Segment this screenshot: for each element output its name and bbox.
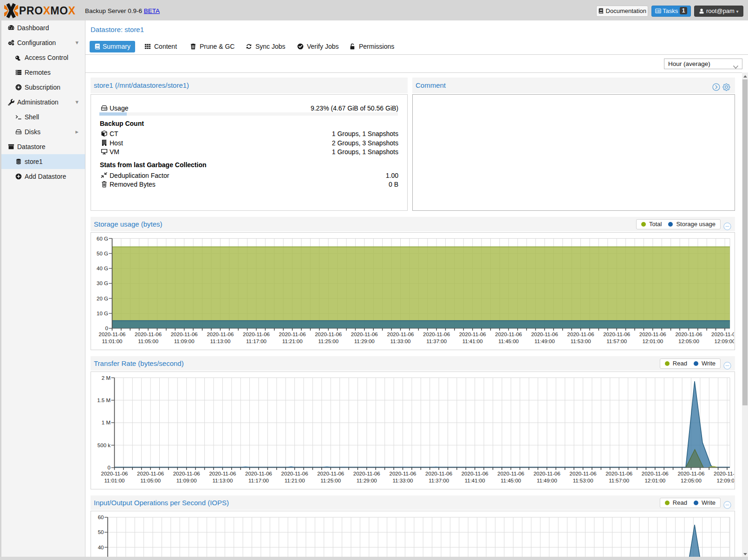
svg-text:2020-11-06: 2020-11-06 <box>99 332 126 337</box>
svg-text:11:33:00: 11:33:00 <box>393 478 413 483</box>
svg-text:0: 0 <box>105 326 108 331</box>
svg-text:50: 50 <box>98 529 104 535</box>
svg-text:12:09:00: 12:09:00 <box>717 478 734 483</box>
svg-text:2020-11-06: 2020-11-06 <box>279 332 306 337</box>
svg-text:11:13:00: 11:13:00 <box>212 478 233 483</box>
svg-text:2020-11-06: 2020-11-06 <box>315 332 342 337</box>
svg-text:11:53:00: 11:53:00 <box>573 478 593 483</box>
svg-text:2020-11-06: 2020-11-06 <box>171 332 198 337</box>
svg-text:11:49:00: 11:49:00 <box>534 339 555 344</box>
svg-text:2020-11-06: 2020-11-06 <box>135 332 162 337</box>
svg-text:2020-11-06: 2020-11-06 <box>497 471 524 476</box>
svg-text:11:49:00: 11:49:00 <box>537 478 557 483</box>
svg-text:11:53:00: 11:53:00 <box>571 339 591 344</box>
svg-text:20 G: 20 G <box>97 296 108 301</box>
svg-text:12:05:00: 12:05:00 <box>681 478 702 483</box>
svg-text:2020-11-06: 2020-11-06 <box>209 471 236 476</box>
svg-text:2020-11-06: 2020-11-06 <box>459 332 486 337</box>
svg-text:2020-11-06: 2020-11-06 <box>533 471 560 476</box>
svg-text:2020-11-06: 2020-11-06 <box>423 332 450 337</box>
svg-text:2020-11-06: 2020-11-06 <box>495 332 522 337</box>
svg-text:11:41:00: 11:41:00 <box>465 478 485 483</box>
svg-text:2020-11-06: 2020-11-06 <box>243 332 270 337</box>
svg-text:2020-11-06: 2020-11-06 <box>711 332 734 337</box>
svg-text:11:57:00: 11:57:00 <box>606 339 627 344</box>
svg-text:11:41:00: 11:41:00 <box>462 339 483 344</box>
svg-text:2020-11-06: 2020-11-06 <box>677 471 704 476</box>
svg-text:2020-11-06: 2020-11-06 <box>387 332 414 337</box>
svg-text:12:09:00: 12:09:00 <box>715 339 734 344</box>
svg-text:2020-11-06: 2020-11-06 <box>531 332 558 337</box>
svg-text:2020-11-06: 2020-11-06 <box>714 471 734 476</box>
svg-text:10 G: 10 G <box>97 311 108 316</box>
svg-text:11:21:00: 11:21:00 <box>285 478 305 483</box>
svg-text:11:29:00: 11:29:00 <box>357 478 377 483</box>
svg-text:11:25:00: 11:25:00 <box>318 339 338 344</box>
svg-text:40 G: 40 G <box>97 266 108 271</box>
svg-text:1.5 M: 1.5 M <box>97 397 111 403</box>
svg-text:11:09:00: 11:09:00 <box>174 339 195 344</box>
svg-text:30 G: 30 G <box>97 280 108 286</box>
svg-text:2020-11-06: 2020-11-06 <box>137 471 164 476</box>
svg-text:2020-11-06: 2020-11-06 <box>639 332 666 337</box>
svg-text:2020-11-06: 2020-11-06 <box>642 471 669 476</box>
svg-text:2020-11-06: 2020-11-06 <box>462 471 488 476</box>
svg-text:11:33:00: 11:33:00 <box>390 339 411 344</box>
svg-text:11:17:00: 11:17:00 <box>246 339 267 344</box>
svg-text:0: 0 <box>108 465 111 470</box>
svg-text:11:57:00: 11:57:00 <box>609 478 629 483</box>
svg-text:11:01:00: 11:01:00 <box>104 478 125 483</box>
svg-text:12:01:00: 12:01:00 <box>642 339 663 344</box>
svg-text:2020-11-06: 2020-11-06 <box>353 471 380 476</box>
svg-text:11:17:00: 11:17:00 <box>248 478 269 483</box>
svg-text:40: 40 <box>98 545 104 550</box>
svg-text:2020-11-06: 2020-11-06 <box>351 332 378 337</box>
svg-text:2020-11-06: 2020-11-06 <box>390 471 416 476</box>
svg-text:2020-11-06: 2020-11-06 <box>207 332 234 337</box>
svg-text:500 k: 500 k <box>98 443 111 448</box>
svg-text:12:05:00: 12:05:00 <box>678 339 699 344</box>
svg-text:11:37:00: 11:37:00 <box>429 478 449 483</box>
svg-text:11:45:00: 11:45:00 <box>501 478 521 483</box>
svg-text:11:01:00: 11:01:00 <box>102 339 123 344</box>
svg-text:11:05:00: 11:05:00 <box>140 478 161 483</box>
svg-text:12:01:00: 12:01:00 <box>644 478 665 483</box>
svg-text:11:05:00: 11:05:00 <box>138 339 158 344</box>
svg-text:1 M: 1 M <box>102 420 111 425</box>
svg-text:2020-11-06: 2020-11-06 <box>603 332 630 337</box>
svg-text:2020-11-06: 2020-11-06 <box>101 471 128 476</box>
svg-text:11:25:00: 11:25:00 <box>320 478 341 483</box>
svg-text:2020-11-06: 2020-11-06 <box>317 471 344 476</box>
svg-text:11:45:00: 11:45:00 <box>498 339 519 344</box>
svg-text:50 G: 50 G <box>97 251 108 256</box>
svg-text:60: 60 <box>98 514 104 520</box>
svg-text:2020-11-06: 2020-11-06 <box>425 471 452 476</box>
svg-text:2020-11-06: 2020-11-06 <box>605 471 632 476</box>
svg-text:2020-11-06: 2020-11-06 <box>675 332 702 337</box>
svg-text:11:09:00: 11:09:00 <box>176 478 197 483</box>
svg-text:2 M: 2 M <box>102 375 111 381</box>
svg-text:2020-11-06: 2020-11-06 <box>281 471 308 476</box>
svg-text:2020-11-06: 2020-11-06 <box>173 471 200 476</box>
svg-text:2020-11-06: 2020-11-06 <box>567 332 594 337</box>
svg-text:11:13:00: 11:13:00 <box>210 339 230 344</box>
svg-text:2020-11-06: 2020-11-06 <box>570 471 597 476</box>
svg-text:2020-11-06: 2020-11-06 <box>245 471 272 476</box>
svg-text:PROXMOX: PROXMOX <box>19 5 76 17</box>
svg-text:11:29:00: 11:29:00 <box>354 339 375 344</box>
svg-text:11:37:00: 11:37:00 <box>426 339 447 344</box>
svg-text:11:21:00: 11:21:00 <box>282 339 303 344</box>
svg-text:60 G: 60 G <box>97 236 108 241</box>
